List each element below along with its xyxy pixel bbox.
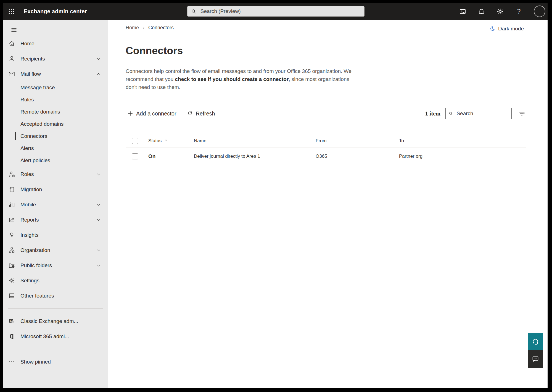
breadcrumb: Home Connectors <box>126 20 548 31</box>
sidebar-item-roles[interactable]: Roles <box>3 167 108 182</box>
lightbulb-icon <box>8 231 15 238</box>
connectors-table: Status Name From To On Deliver journal d… <box>126 134 526 165</box>
add-connector-button[interactable]: Add a connector <box>126 109 178 119</box>
column-header-to[interactable]: To <box>399 138 404 144</box>
page-title: Connectors <box>126 45 548 57</box>
global-search-input[interactable] <box>200 8 361 15</box>
settings-button[interactable] <box>496 7 504 15</box>
filter-button[interactable] <box>518 109 526 118</box>
breadcrumb-current: Connectors <box>148 25 174 31</box>
support-button[interactable] <box>528 333 543 350</box>
sidebar-item-reports[interactable]: Reports <box>3 212 108 227</box>
feedback-button[interactable] <box>528 350 543 368</box>
sidebar-item-home[interactable]: Home <box>3 36 108 51</box>
row-name-link[interactable]: Deliver journal directly to Area 1 <box>194 154 260 159</box>
select-all-checkbox[interactable] <box>132 138 138 144</box>
filter-icon <box>518 110 525 117</box>
chevron-down-icon <box>96 217 101 222</box>
chevron-down-icon <box>96 56 101 61</box>
sidebar-item-message-trace[interactable]: Message trace <box>3 81 108 94</box>
person-icon <box>8 55 15 62</box>
sidebar-item-connectors[interactable]: Connectors <box>3 130 108 142</box>
breadcrumb-chevron-icon <box>142 26 146 30</box>
table-row[interactable]: On Deliver journal directly to Area 1 O3… <box>126 148 526 165</box>
column-header-from[interactable]: From <box>316 138 327 144</box>
sidebar-divider <box>8 349 103 349</box>
column-header-status[interactable]: Status <box>148 138 168 144</box>
sidebar-item-microsoft-365-admin[interactable]: Microsoft 365 admi... <box>3 329 108 344</box>
help-icon: ? <box>517 8 521 15</box>
screenshot-frame: Exchange admin center <box>0 0 552 392</box>
top-app-bar: Exchange admin center <box>3 3 548 20</box>
sidebar-item-alerts[interactable]: Alerts <box>3 142 108 154</box>
page-description: Connectors help control the flow of emai… <box>126 67 359 91</box>
headset-icon <box>531 337 540 346</box>
app-launcher-button[interactable] <box>3 3 20 20</box>
global-search-box[interactable] <box>187 6 365 17</box>
moon-icon <box>489 25 495 32</box>
search-icon <box>448 111 453 116</box>
classic-exchange-logo-icon: E <box>8 318 15 325</box>
line-chart-icon <box>8 216 15 223</box>
sidebar-item-alert-policies[interactable]: Alert policies <box>3 154 108 167</box>
sort-ascending-icon <box>164 139 168 143</box>
mobile-icon <box>8 201 15 208</box>
sidebar-item-public-folders[interactable]: Public folders <box>3 258 108 273</box>
sidebar-item-migration[interactable]: Migration <box>3 182 108 197</box>
sidebar-item-mobile[interactable]: Mobile <box>3 197 108 212</box>
row-status: On <box>148 153 155 159</box>
chevron-down-icon <box>96 172 101 177</box>
dark-mode-toggle[interactable]: Dark mode <box>489 25 524 32</box>
notifications-button[interactable] <box>477 7 485 15</box>
home-icon <box>8 40 15 47</box>
hamburger-icon <box>10 27 17 33</box>
column-header-name[interactable]: Name <box>194 138 206 144</box>
sidebar-item-organization[interactable]: Organization <box>3 243 108 258</box>
row-checkbox[interactable] <box>132 153 138 159</box>
dark-mode-label: Dark mode <box>498 26 524 32</box>
sidebar-item-insights[interactable]: Insights <box>3 227 108 243</box>
sidebar-item-recipients[interactable]: Recipients <box>3 51 108 66</box>
collapse-nav-button[interactable] <box>8 24 20 35</box>
sidebar-item-classic-exchange-admin[interactable]: E Classic Exchange adm... <box>3 314 108 329</box>
left-navigation: Home Recipients Mail flow Message trace … <box>3 20 108 388</box>
item-count: 1 item <box>425 110 440 117</box>
sidebar-item-settings[interactable]: Settings <box>3 273 108 288</box>
sidebar-item-accepted-domains[interactable]: Accepted domains <box>3 118 108 130</box>
gear-icon <box>496 8 504 15</box>
org-chart-icon <box>8 247 15 254</box>
chevron-down-icon <box>96 248 101 253</box>
chevron-down-icon <box>96 263 101 268</box>
account-avatar[interactable] <box>534 6 545 17</box>
gear-icon <box>8 277 15 284</box>
ellipsis-icon <box>8 358 15 365</box>
microsoft-365-logo-icon <box>8 333 15 340</box>
app-title: Exchange admin center <box>24 8 87 15</box>
topbar-actions: ? <box>459 3 545 20</box>
sidebar-item-mail-flow[interactable]: Mail flow <box>3 66 108 81</box>
breadcrumb-home-link[interactable]: Home <box>126 25 139 31</box>
help-button[interactable]: ? <box>515 7 523 15</box>
refresh-button[interactable]: Refresh <box>185 109 217 119</box>
list-toolbar: Add a connector Refresh 1 item <box>126 105 526 122</box>
table-grid-icon <box>8 292 15 299</box>
list-search-input[interactable] <box>456 110 509 117</box>
sidebar-item-remote-domains[interactable]: Remote domains <box>3 106 108 118</box>
row-from: O365 <box>316 154 327 159</box>
mail-icon <box>8 70 15 77</box>
row-to: Partner org <box>399 154 422 159</box>
migration-icon <box>8 186 15 193</box>
sidebar-divider <box>8 308 103 309</box>
roles-icon <box>8 171 15 178</box>
sidebar-item-other-features[interactable]: Other features <box>3 288 108 303</box>
terminal-icon <box>459 8 466 15</box>
plus-icon <box>127 111 133 117</box>
exchange-admin-center-window: Exchange admin center <box>3 3 548 388</box>
toolbar-right: 1 item <box>425 108 526 119</box>
list-search-box[interactable] <box>445 108 512 119</box>
chevron-down-icon <box>96 202 101 207</box>
sidebar-item-rules[interactable]: Rules <box>3 94 108 106</box>
cloud-shell-button[interactable] <box>459 7 466 15</box>
connectors-list-panel: Add a connector Refresh 1 item <box>126 105 526 165</box>
sidebar-item-show-pinned[interactable]: Show pinned <box>3 354 108 369</box>
